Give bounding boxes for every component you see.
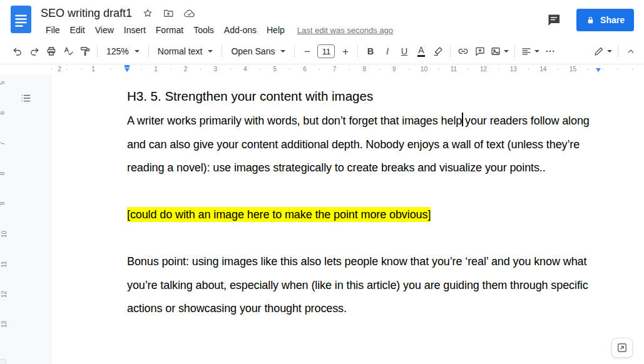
font-select[interactable]: Open Sans	[226, 43, 290, 60]
comment-history-icon[interactable]	[546, 13, 561, 28]
paint-roller-icon	[79, 46, 91, 57]
italic-label: I	[386, 46, 389, 56]
ruler-number: 6	[0, 111, 6, 115]
font-size-input[interactable]: 11	[317, 44, 335, 58]
ruler-number: 5	[0, 81, 6, 85]
redo-button[interactable]	[26, 43, 43, 60]
vertical-ruler[interactable]: 5678910111213	[0, 74, 10, 364]
menu-items: FileEditViewInsertFormatToolsAdd-onsHelp	[41, 23, 290, 37]
chevron-down-icon	[135, 50, 140, 53]
zoom-select[interactable]: 125%	[101, 43, 145, 60]
bold-button[interactable]: B	[362, 43, 379, 60]
ruler-number: 9	[0, 202, 6, 206]
toolbar-separator	[148, 45, 149, 58]
menu-tools[interactable]: Tools	[188, 23, 219, 37]
horizontal-ruler[interactable]: 21123456789101112131415	[0, 64, 644, 74]
ruler-number: 14	[538, 65, 548, 73]
ruler-number: 3	[212, 65, 218, 73]
doc-paragraph-2[interactable]: Bonus point: using images like this also…	[127, 250, 593, 321]
text-color-button[interactable]: A	[412, 43, 429, 60]
ruler-number: 8	[0, 172, 6, 176]
first-line-indent-marker[interactable]	[125, 65, 130, 68]
decrease-font-size-button[interactable]: −	[299, 43, 315, 60]
insert-link-button[interactable]	[454, 43, 471, 60]
hide-menus-button[interactable]	[622, 43, 639, 60]
toolbar-separator	[97, 45, 98, 58]
explore-button[interactable]	[611, 338, 633, 358]
empty-line[interactable]	[127, 180, 593, 204]
doc-highlight-line[interactable]: [could do with an image here to make the…	[127, 203, 593, 227]
undo-icon	[12, 46, 23, 57]
editing-mode-button[interactable]	[591, 43, 614, 60]
menu-file[interactable]: File	[41, 23, 65, 37]
google-docs-app: SEO writing draft1 FileEditViewInsertFor…	[0, 0, 644, 364]
ruler-number: 5	[272, 65, 279, 73]
chevron-down-icon	[208, 50, 213, 53]
doc-paragraph-1[interactable]: A writer works primarily with words, but…	[127, 109, 593, 180]
paragraph-style-value: Normal text	[158, 46, 203, 56]
ruler-number: 12	[1, 291, 8, 298]
chevron-down-icon	[280, 50, 285, 53]
image-icon	[490, 46, 501, 57]
undo-button[interactable]	[9, 43, 26, 60]
ruler-number: 7	[0, 141, 6, 145]
more-options-button[interactable]	[541, 43, 558, 60]
ruler-number: 1	[153, 65, 159, 73]
zoom-value: 125%	[106, 46, 129, 56]
bold-label: B	[367, 46, 374, 56]
print-button[interactable]	[43, 43, 59, 60]
title-action-icons	[142, 8, 195, 19]
add-comment-button[interactable]	[471, 43, 488, 60]
ruler-number: 15	[568, 65, 578, 73]
move-folder-icon[interactable]	[163, 8, 174, 19]
doc-heading[interactable]: H3. 5. Strengthen your content with imag…	[127, 83, 593, 109]
menu-addons[interactable]: Add-ons	[219, 23, 262, 37]
menu-format[interactable]: Format	[151, 23, 188, 37]
align-left-icon	[521, 46, 532, 57]
paragraph-style-select[interactable]: Normal text	[153, 43, 218, 60]
menu-help[interactable]: Help	[262, 23, 290, 37]
chevron-down-icon	[504, 50, 509, 53]
toolbar-separator	[357, 45, 358, 58]
plus-label: +	[342, 46, 349, 57]
left-indent-marker[interactable]	[125, 68, 130, 72]
star-icon[interactable]	[142, 8, 153, 19]
ruler-number: 13	[509, 65, 518, 73]
cloud-saved-icon[interactable]	[183, 8, 195, 19]
paint-format-button[interactable]	[76, 43, 93, 60]
chevron-up-icon	[625, 46, 636, 57]
ruler-number: 10	[419, 65, 429, 73]
align-button[interactable]	[519, 43, 541, 60]
menu-edit[interactable]: Edit	[65, 23, 90, 37]
ruler-number: 8	[361, 65, 367, 73]
menu-insert[interactable]: Insert	[119, 23, 151, 37]
document-page[interactable]: H3. 5. Strengthen your content with imag…	[51, 74, 644, 364]
highlight-color-button[interactable]	[429, 43, 446, 60]
ruler-number: 4	[242, 65, 248, 73]
ruler-number: 10	[1, 230, 8, 237]
more-horizontal-icon	[544, 46, 556, 57]
right-indent-marker[interactable]	[596, 68, 601, 72]
print-icon	[46, 46, 57, 57]
corner-chip	[0, 359, 6, 364]
ruler-number: 11	[1, 261, 8, 267]
document-title[interactable]: SEO writing draft1	[41, 7, 132, 20]
insert-image-button[interactable]	[488, 43, 511, 60]
docs-logo-icon[interactable]	[11, 6, 31, 33]
last-edit-status[interactable]: Last edit was seconds ago	[297, 26, 393, 35]
highlighted-text[interactable]: [could do with an image here to make the…	[127, 207, 431, 222]
spell-check-button[interactable]	[59, 43, 76, 60]
italic-button[interactable]: I	[379, 43, 396, 60]
ruler-number: 1	[90, 65, 96, 73]
underline-button[interactable]: U	[396, 43, 412, 60]
empty-line[interactable]	[127, 227, 593, 251]
title-row: SEO writing draft1	[41, 5, 546, 21]
lock-icon	[586, 16, 595, 25]
toolbar-separator	[222, 45, 222, 58]
menu-view[interactable]: View	[90, 23, 119, 37]
share-button[interactable]: Share	[576, 9, 634, 31]
toolbar: 125% Normal text Open Sans − 11 + B I	[0, 39, 644, 64]
increase-font-size-button[interactable]: +	[337, 43, 354, 60]
document-outline-button[interactable]	[18, 90, 34, 106]
ruler-number: 11	[449, 65, 458, 73]
